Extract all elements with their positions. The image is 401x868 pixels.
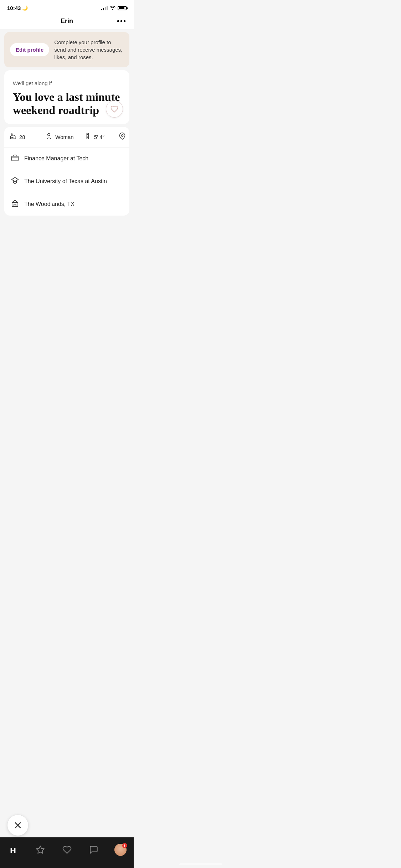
svg-point-1 (48, 133, 50, 136)
education-row: The University of Texas at Austin (4, 170, 129, 193)
svg-rect-7 (12, 156, 18, 161)
job-text: Finance Manager at Tech (24, 155, 88, 162)
ruler-icon (84, 133, 91, 141)
age-value: 28 (19, 134, 25, 140)
stats-row: 28 Woman 5′ 4″ (4, 127, 129, 148)
info-card: 28 Woman 5′ 4″ (4, 127, 129, 216)
gender-stat: Woman (40, 127, 79, 147)
graduation-icon (11, 177, 19, 186)
edit-profile-button[interactable]: Edit profile (10, 43, 49, 56)
person-icon (45, 133, 52, 141)
page-title: Erin (61, 17, 73, 25)
location-icon (119, 133, 126, 141)
status-bar: 10:43 🌙 (0, 0, 134, 13)
svg-marker-9 (12, 177, 18, 181)
battery-icon (118, 6, 127, 10)
height-value: 5′ 4″ (94, 134, 104, 140)
gender-value: Woman (55, 134, 73, 140)
svg-rect-13 (14, 204, 16, 206)
hometown-row: The Woodlands, TX (4, 193, 129, 216)
profile-banner: Edit profile Complete your profile to se… (4, 32, 129, 67)
education-text: The University of Texas at Austin (24, 178, 107, 185)
more-options-button[interactable]: ••• (117, 17, 127, 25)
job-row: Finance Manager at Tech (4, 148, 129, 170)
status-time: 10:43 🌙 (7, 5, 28, 11)
banner-description: Complete your profile to send and receiv… (54, 38, 124, 61)
briefcase-icon (11, 154, 19, 164)
height-stat: 5′ 4″ (79, 127, 115, 147)
moon-icon: 🌙 (22, 5, 28, 11)
svg-point-6 (122, 134, 123, 136)
prompt-text: You love a last minute weekend roadtrip (13, 91, 121, 117)
signal-bars-icon (101, 6, 108, 10)
cake-icon (9, 133, 16, 141)
wifi-icon (110, 5, 115, 11)
prompt-label: We'll get along if (13, 80, 121, 86)
building-icon (11, 200, 19, 209)
svg-rect-10 (12, 202, 18, 206)
like-prompt-button[interactable] (106, 100, 123, 118)
status-icons (101, 5, 127, 11)
prompt-card: We'll get along if You love a last minut… (4, 70, 129, 124)
hometown-text: The Woodlands, TX (24, 201, 74, 207)
age-stat: 28 (4, 127, 40, 147)
location-stat (115, 127, 129, 147)
header: Erin ••• (0, 13, 134, 29)
